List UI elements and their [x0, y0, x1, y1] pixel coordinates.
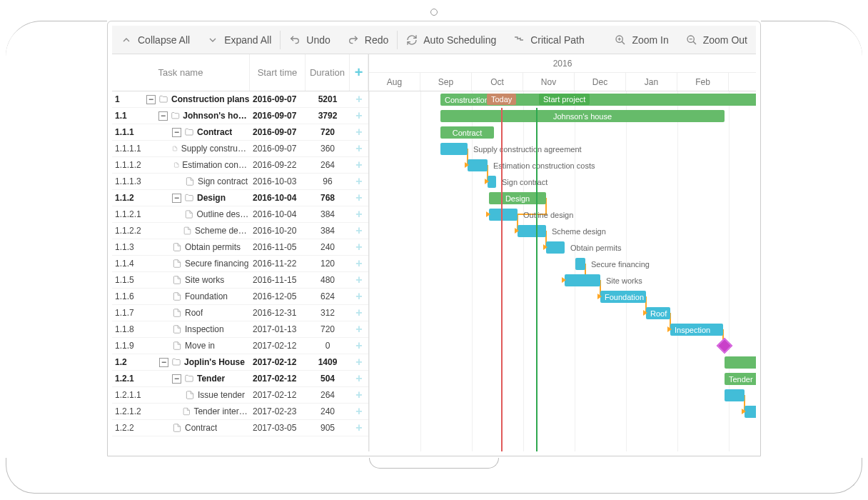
grid-row[interactable]: 1.1.6Foundation2016-12-05624+: [112, 289, 368, 305]
grid-row[interactable]: 1.1−Johnson's house2016-09-073792+: [112, 108, 368, 124]
column-duration[interactable]: Duration: [306, 54, 350, 91]
gantt-bar[interactable]: Roof: [646, 307, 670, 319]
add-task-button[interactable]: +: [350, 389, 368, 401]
gantt-bar[interactable]: [440, 143, 468, 155]
grid-row[interactable]: 1.1.1.1Supply construction agreement2016…: [112, 141, 368, 157]
task-name-label: Contract: [197, 127, 232, 137]
column-start-time[interactable]: Start time: [250, 54, 306, 91]
wbs-number: 1.1.2.2: [115, 226, 143, 236]
gantt-bar[interactable]: [489, 209, 518, 221]
add-task-button[interactable]: +: [350, 290, 368, 303]
folder-icon: [171, 111, 180, 121]
collapse-toggle[interactable]: −: [172, 128, 181, 137]
collapse-toggle[interactable]: −: [172, 194, 181, 203]
milestone-marker[interactable]: [717, 338, 733, 354]
gantt-bar[interactable]: Design: [489, 192, 546, 204]
grid-row[interactable]: 1.2−Joplin's House2017-02-121409+: [112, 354, 368, 371]
file-icon: [184, 209, 194, 219]
grid-row[interactable]: 1.2.1.2Tender interview2017-02-23240+: [112, 404, 368, 420]
gantt-bar[interactable]: [725, 356, 756, 369]
critical-path-button[interactable]: Critical Path: [505, 26, 592, 54]
duration-cell: 720: [306, 324, 350, 334]
task-name-label: Supply construction agreement: [181, 144, 250, 154]
grid-row[interactable]: 1.1.2.1Outline design2016-10-04384+: [112, 206, 368, 223]
zoom-in-button[interactable]: Zoom In: [606, 26, 677, 54]
add-task-button[interactable]: +: [350, 323, 368, 336]
folder-icon: [184, 193, 194, 203]
expand-all-button[interactable]: Expand All: [198, 26, 280, 54]
add-task-button[interactable]: +: [350, 257, 368, 270]
grid-row[interactable]: 1.1.8Inspection2017-01-13720+: [112, 321, 368, 338]
grid-row[interactable]: 1.1.2.2Scheme design2016-10-20384+: [112, 223, 368, 239]
auto-scheduling-button[interactable]: Auto Scheduling: [398, 26, 505, 54]
add-task-button[interactable]: +: [350, 175, 368, 188]
grid-row[interactable]: 1.1.1−Contract2016-09-07720+: [112, 124, 368, 141]
redo-label: Redo: [365, 34, 388, 46]
add-task-button[interactable]: +: [350, 126, 368, 139]
add-task-button[interactable]: +: [350, 405, 368, 418]
grid-row[interactable]: 1.1.3Obtain permits2016-11-05240+: [112, 239, 368, 256]
duration-cell: 504: [306, 374, 350, 384]
start-time-cell: 2016-10-20: [250, 226, 306, 236]
add-column-button[interactable]: +: [350, 54, 368, 91]
add-task-button[interactable]: +: [350, 109, 368, 122]
redo-button[interactable]: Redo: [339, 26, 397, 54]
add-task-button[interactable]: +: [350, 93, 368, 106]
grid-row[interactable]: 1.1.7Roof2016-12-31312+: [112, 305, 368, 321]
duration-cell: 624: [306, 291, 350, 301]
gantt-bar[interactable]: [565, 274, 600, 286]
grid-row[interactable]: 1.1.4Secure financing2016-11-22120+: [112, 256, 368, 272]
add-task-button[interactable]: +: [350, 274, 368, 286]
grid-row[interactable]: 1.1.9Move in2017-02-120+: [112, 338, 368, 354]
gantt-bar[interactable]: [546, 241, 565, 254]
grid-row[interactable]: 1.2.1−Tender2017-02-12504+: [112, 371, 368, 387]
gantt-bar[interactable]: [575, 258, 585, 270]
collapse-toggle[interactable]: −: [146, 95, 156, 104]
grid-row[interactable]: 1.1.1.2Estimation construction costs2016…: [112, 157, 368, 174]
grid-row[interactable]: 1.2.1.1Issue tender2017-02-12264+: [112, 387, 368, 404]
add-task-button[interactable]: +: [350, 241, 368, 254]
gantt-bar[interactable]: Contract: [440, 126, 494, 139]
duration-cell: 120: [306, 259, 350, 269]
grid-row[interactable]: 1.1.1.3Sign contract2016-10-0396+: [112, 174, 368, 190]
collapse-toggle[interactable]: −: [172, 374, 181, 384]
gantt-bar[interactable]: [725, 389, 745, 401]
start-time-cell: 2016-09-07: [250, 144, 306, 154]
gantt-bar[interactable]: [468, 159, 488, 171]
add-task-button[interactable]: +: [350, 142, 368, 155]
gantt-bar[interactable]: Foundation: [600, 291, 646, 303]
folder-icon: [184, 127, 194, 137]
gantt-bar[interactable]: Johnson's house: [440, 110, 725, 122]
duration-cell: 96: [306, 176, 350, 186]
add-task-button[interactable]: +: [350, 421, 368, 434]
add-task-button[interactable]: +: [350, 224, 368, 237]
gantt-bar[interactable]: Inspection: [670, 324, 723, 336]
grid-row[interactable]: 1.1.5Site works2016-11-15480+: [112, 272, 368, 289]
add-task-button[interactable]: +: [350, 191, 368, 204]
add-task-button[interactable]: +: [350, 339, 368, 352]
task-name-label: Contract: [185, 423, 217, 433]
add-task-button[interactable]: +: [350, 372, 368, 385]
timeline-year: 2016: [369, 54, 756, 73]
column-task-name[interactable]: Task name: [112, 54, 250, 91]
gantt-bar[interactable]: Tender: [725, 373, 756, 385]
grid-row[interactable]: 1−Construction plans2016-09-075201+: [112, 91, 368, 108]
file-icon: [172, 144, 178, 154]
collapse-toggle[interactable]: −: [158, 111, 168, 121]
grid-row[interactable]: 1.1.2−Design2016-10-04768+: [112, 190, 368, 206]
add-task-button[interactable]: +: [350, 356, 368, 369]
undo-button[interactable]: Undo: [281, 26, 338, 54]
collapse-toggle[interactable]: −: [159, 358, 168, 367]
undo-icon: [289, 34, 301, 46]
add-task-button[interactable]: +: [350, 306, 368, 319]
zoom-out-button[interactable]: Zoom Out: [677, 26, 756, 54]
start-time-cell: 2016-11-22: [250, 259, 306, 269]
grid-row[interactable]: 1.2.2Contract2017-03-05905+: [112, 420, 368, 436]
gantt-bar[interactable]: [745, 406, 756, 418]
add-task-button[interactable]: +: [350, 159, 368, 171]
gantt-chart[interactable]: 2016 AugSepOctNovDecJanFeb Construction …: [369, 54, 756, 451]
timeline-month-cell: Sep: [420, 73, 472, 91]
gantt-bar[interactable]: [518, 225, 546, 237]
add-task-button[interactable]: +: [350, 208, 368, 221]
collapse-all-button[interactable]: Collapse All: [112, 26, 198, 54]
